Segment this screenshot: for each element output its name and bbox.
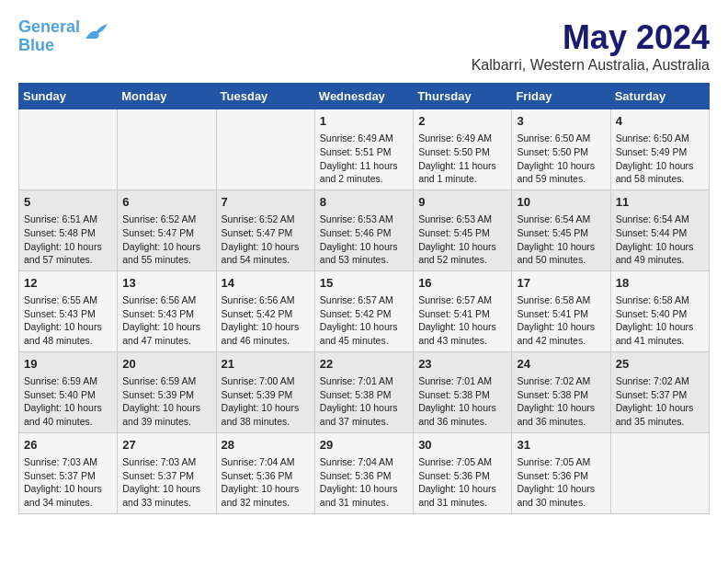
day-number: 24 [517, 356, 605, 373]
week-row-4: 26Sunrise: 7:03 AM Sunset: 5:37 PM Dayli… [19, 432, 710, 513]
day-cell: 25Sunrise: 7:02 AM Sunset: 5:37 PM Dayli… [610, 351, 709, 432]
day-cell [19, 109, 118, 190]
day-number: 3 [517, 113, 605, 130]
day-info: Sunrise: 7:05 AM Sunset: 5:36 PM Dayligh… [418, 455, 506, 510]
day-number: 15 [320, 275, 408, 292]
day-info: Sunrise: 6:59 AM Sunset: 5:40 PM Dayligh… [24, 374, 112, 429]
day-number: 13 [122, 275, 210, 292]
header-cell-tuesday: Tuesday [216, 84, 314, 109]
day-cell: 6Sunrise: 6:52 AM Sunset: 5:47 PM Daylig… [118, 190, 216, 270]
subtitle: Kalbarri, Western Australia, Australia [472, 57, 710, 74]
header-cell-monday: Monday [118, 84, 216, 109]
header-cell-thursday: Thursday [414, 84, 512, 109]
day-number: 2 [418, 113, 506, 130]
day-info: Sunrise: 6:50 AM Sunset: 5:49 PM Dayligh… [616, 132, 704, 186]
day-number: 8 [320, 194, 408, 211]
day-info: Sunrise: 7:03 AM Sunset: 5:37 PM Dayligh… [24, 455, 112, 510]
page-header: General Blue May 2024 Kalbarri, Western … [18, 18, 710, 74]
day-info: Sunrise: 6:57 AM Sunset: 5:41 PM Dayligh… [418, 293, 506, 348]
day-cell: 16Sunrise: 6:57 AM Sunset: 5:41 PM Dayli… [414, 270, 512, 351]
day-cell: 8Sunrise: 6:53 AM Sunset: 5:46 PM Daylig… [314, 190, 413, 270]
day-cell: 10Sunrise: 6:54 AM Sunset: 5:45 PM Dayli… [512, 190, 610, 270]
day-info: Sunrise: 6:52 AM Sunset: 5:47 PM Dayligh… [222, 213, 310, 267]
main-title: May 2024 [472, 18, 710, 57]
day-number: 30 [418, 437, 506, 454]
day-cell: 19Sunrise: 6:59 AM Sunset: 5:40 PM Dayli… [19, 351, 118, 432]
logo-general: General [18, 17, 80, 36]
day-info: Sunrise: 6:51 AM Sunset: 5:48 PM Dayligh… [24, 213, 112, 267]
day-number: 12 [24, 275, 112, 292]
day-number: 17 [517, 275, 605, 292]
day-info: Sunrise: 7:04 AM Sunset: 5:36 PM Dayligh… [320, 455, 408, 510]
day-cell: 18Sunrise: 6:58 AM Sunset: 5:40 PM Dayli… [610, 270, 709, 351]
day-cell: 27Sunrise: 7:03 AM Sunset: 5:37 PM Dayli… [118, 432, 216, 513]
day-number: 25 [616, 356, 704, 373]
logo-text: General Blue [18, 18, 80, 55]
day-cell: 30Sunrise: 7:05 AM Sunset: 5:36 PM Dayli… [414, 432, 512, 513]
day-number: 16 [418, 275, 506, 292]
header-cell-friday: Friday [512, 84, 610, 109]
day-number: 29 [320, 437, 408, 454]
calendar-table: SundayMondayTuesdayWednesdayThursdayFrid… [18, 83, 710, 514]
day-cell [118, 109, 216, 190]
day-cell: 23Sunrise: 7:01 AM Sunset: 5:38 PM Dayli… [414, 351, 512, 432]
day-cell: 3Sunrise: 6:50 AM Sunset: 5:50 PM Daylig… [512, 109, 610, 190]
day-info: Sunrise: 6:56 AM Sunset: 5:42 PM Dayligh… [222, 293, 310, 348]
day-number: 22 [320, 356, 408, 373]
day-number: 28 [222, 437, 310, 454]
day-cell: 4Sunrise: 6:50 AM Sunset: 5:49 PM Daylig… [610, 109, 709, 190]
day-cell: 21Sunrise: 7:00 AM Sunset: 5:39 PM Dayli… [216, 351, 314, 432]
week-row-2: 12Sunrise: 6:55 AM Sunset: 5:43 PM Dayli… [19, 270, 710, 351]
day-number: 20 [122, 356, 210, 373]
day-info: Sunrise: 7:03 AM Sunset: 5:37 PM Dayligh… [122, 455, 210, 510]
day-cell: 22Sunrise: 7:01 AM Sunset: 5:38 PM Dayli… [314, 351, 413, 432]
day-number: 27 [122, 437, 210, 454]
day-info: Sunrise: 6:53 AM Sunset: 5:46 PM Dayligh… [320, 213, 408, 267]
week-row-3: 19Sunrise: 6:59 AM Sunset: 5:40 PM Dayli… [19, 351, 710, 432]
day-info: Sunrise: 6:55 AM Sunset: 5:43 PM Dayligh… [24, 293, 112, 348]
logo-bird-icon [84, 22, 109, 42]
day-number: 10 [517, 194, 605, 211]
title-block: May 2024 Kalbarri, Western Australia, Au… [472, 18, 710, 74]
day-cell [610, 432, 709, 513]
day-number: 6 [122, 194, 210, 211]
day-cell: 15Sunrise: 6:57 AM Sunset: 5:42 PM Dayli… [314, 270, 413, 351]
day-info: Sunrise: 7:00 AM Sunset: 5:39 PM Dayligh… [222, 374, 310, 429]
day-info: Sunrise: 7:04 AM Sunset: 5:36 PM Dayligh… [222, 455, 310, 510]
day-number: 1 [320, 113, 408, 130]
day-info: Sunrise: 7:01 AM Sunset: 5:38 PM Dayligh… [320, 374, 408, 429]
week-row-0: 1Sunrise: 6:49 AM Sunset: 5:51 PM Daylig… [19, 109, 710, 190]
day-info: Sunrise: 7:01 AM Sunset: 5:38 PM Dayligh… [418, 374, 506, 429]
day-number: 11 [616, 194, 704, 211]
day-info: Sunrise: 6:58 AM Sunset: 5:41 PM Dayligh… [517, 293, 605, 348]
day-info: Sunrise: 7:02 AM Sunset: 5:38 PM Dayligh… [517, 374, 605, 429]
calendar-body: 1Sunrise: 6:49 AM Sunset: 5:51 PM Daylig… [19, 109, 710, 514]
day-number: 14 [222, 275, 310, 292]
day-cell: 12Sunrise: 6:55 AM Sunset: 5:43 PM Dayli… [19, 270, 118, 351]
day-number: 7 [222, 194, 310, 211]
day-info: Sunrise: 6:50 AM Sunset: 5:50 PM Dayligh… [517, 132, 605, 186]
header-cell-wednesday: Wednesday [314, 84, 413, 109]
day-info: Sunrise: 7:05 AM Sunset: 5:36 PM Dayligh… [517, 455, 605, 510]
day-cell: 7Sunrise: 6:52 AM Sunset: 5:47 PM Daylig… [216, 190, 314, 270]
day-cell: 13Sunrise: 6:56 AM Sunset: 5:43 PM Dayli… [118, 270, 216, 351]
day-cell: 24Sunrise: 7:02 AM Sunset: 5:38 PM Dayli… [512, 351, 610, 432]
day-cell: 31Sunrise: 7:05 AM Sunset: 5:36 PM Dayli… [512, 432, 610, 513]
day-number: 23 [418, 356, 506, 373]
day-number: 26 [24, 437, 112, 454]
day-info: Sunrise: 6:49 AM Sunset: 5:50 PM Dayligh… [418, 132, 506, 186]
day-number: 4 [616, 113, 704, 130]
header-cell-saturday: Saturday [610, 84, 709, 109]
day-info: Sunrise: 6:58 AM Sunset: 5:40 PM Dayligh… [616, 293, 704, 348]
day-cell: 20Sunrise: 6:59 AM Sunset: 5:39 PM Dayli… [118, 351, 216, 432]
day-number: 9 [418, 194, 506, 211]
day-cell: 5Sunrise: 6:51 AM Sunset: 5:48 PM Daylig… [19, 190, 118, 270]
day-info: Sunrise: 6:54 AM Sunset: 5:45 PM Dayligh… [517, 213, 605, 267]
day-cell: 26Sunrise: 7:03 AM Sunset: 5:37 PM Dayli… [19, 432, 118, 513]
logo: General Blue [18, 18, 109, 55]
day-info: Sunrise: 6:54 AM Sunset: 5:44 PM Dayligh… [616, 213, 704, 267]
day-number: 5 [24, 194, 112, 211]
header-row: SundayMondayTuesdayWednesdayThursdayFrid… [19, 84, 710, 109]
day-number: 21 [222, 356, 310, 373]
day-cell: 17Sunrise: 6:58 AM Sunset: 5:41 PM Dayli… [512, 270, 610, 351]
